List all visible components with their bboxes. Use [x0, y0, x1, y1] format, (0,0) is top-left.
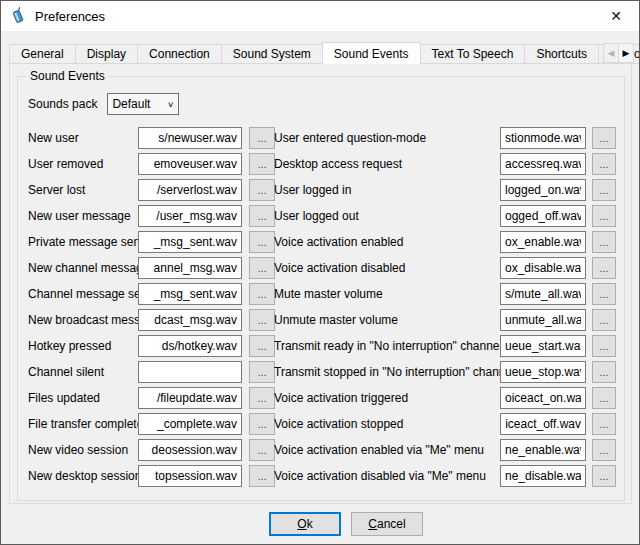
browse-button[interactable]: ... — [249, 413, 275, 435]
sound-event-row: File transfer complete ... — [28, 413, 275, 435]
titlebar: Preferences ✕ — [1, 1, 639, 31]
tab-general[interactable]: General — [9, 44, 76, 64]
app-icon — [9, 7, 27, 25]
browse-button[interactable]: ... — [249, 231, 275, 253]
tab-label: Text To Speech — [432, 47, 514, 61]
browse-button[interactable]: ... — [592, 283, 616, 305]
browse-button[interactable]: ... — [249, 153, 275, 175]
sound-file-input[interactable] — [138, 283, 242, 305]
tab-connection[interactable]: Connection — [137, 44, 222, 64]
browse-button[interactable]: ... — [249, 179, 275, 201]
tab-scroller: ◀ ▶ — [604, 43, 634, 63]
sound-event-row: Desktop access request ... — [274, 153, 616, 175]
browse-button[interactable]: ... — [592, 257, 616, 279]
event-label: Voice activation triggered — [274, 391, 500, 405]
sound-event-row: New user ... — [28, 127, 275, 149]
sound-file-input[interactable] — [138, 387, 242, 409]
browse-button[interactable]: ... — [249, 127, 275, 149]
sound-file-input[interactable] — [138, 309, 242, 331]
browse-button[interactable]: ... — [249, 205, 275, 227]
event-label: New desktop session — [28, 469, 138, 483]
sound-event-row: Voice activation disabled via "Me" menu … — [274, 465, 616, 487]
sound-file-input[interactable] — [500, 283, 586, 305]
sound-file-input[interactable] — [500, 153, 586, 175]
event-label: Unmute master volume — [274, 313, 500, 327]
browse-button[interactable]: ... — [592, 309, 616, 331]
browse-button[interactable]: ... — [592, 231, 616, 253]
sound-file-input[interactable] — [500, 179, 586, 201]
browse-button[interactable]: ... — [249, 465, 275, 487]
sound-file-input[interactable] — [138, 153, 242, 175]
sound-file-input[interactable] — [500, 413, 586, 435]
sound-file-input[interactable] — [500, 387, 586, 409]
browse-button[interactable]: ... — [592, 439, 616, 461]
sound-file-input[interactable] — [500, 361, 586, 383]
tab-shortcuts[interactable]: Shortcuts — [524, 44, 599, 64]
event-label: New user — [28, 131, 138, 145]
sound-event-row: Voice activation triggered ... — [274, 387, 616, 409]
tab-scroll-left-icon[interactable]: ◀ — [603, 43, 619, 63]
sounds-pack-select[interactable]: Default ∨ — [107, 93, 179, 115]
sound-file-input[interactable] — [138, 231, 242, 253]
tab-display[interactable]: Display — [75, 44, 138, 64]
event-label: Files updated — [28, 391, 138, 405]
sound-file-input[interactable] — [138, 257, 242, 279]
browse-button[interactable]: ... — [249, 361, 275, 383]
browse-button[interactable]: ... — [592, 413, 616, 435]
sound-file-input[interactable] — [500, 465, 586, 487]
browse-button[interactable]: ... — [249, 309, 275, 331]
sound-file-input[interactable] — [138, 465, 242, 487]
sound-event-row: User removed ... — [28, 153, 275, 175]
sound-event-row: New video session ... — [28, 439, 275, 461]
browse-button[interactable]: ... — [249, 257, 275, 279]
sound-event-row: User logged in ... — [274, 179, 616, 201]
sound-file-input[interactable] — [138, 127, 242, 149]
browse-button[interactable]: ... — [249, 439, 275, 461]
browse-button[interactable]: ... — [592, 361, 616, 383]
sound-file-input[interactable] — [138, 205, 242, 227]
sound-file-input[interactable] — [138, 335, 242, 357]
sounds-pack-label: Sounds pack — [28, 97, 97, 111]
tab-sound-system[interactable]: Sound System — [221, 44, 323, 64]
sound-events-group: Sound Events Sounds pack Default ∨ New u… — [17, 76, 625, 501]
browse-button[interactable]: ... — [249, 387, 275, 409]
event-label: Channel message sent — [28, 287, 138, 301]
sound-event-row: New user message ... — [28, 205, 275, 227]
browse-button[interactable]: ... — [592, 205, 616, 227]
event-label: Channel silent — [28, 365, 138, 379]
sound-event-row: Transmit ready in "No interruption" chan… — [274, 335, 616, 357]
sound-file-input[interactable] — [500, 127, 586, 149]
sound-file-input[interactable] — [500, 309, 586, 331]
event-label: New broadcast message — [28, 313, 138, 327]
event-label: Hotkey pressed — [28, 339, 138, 353]
tab-bar: General Display Connection Sound System … — [9, 41, 639, 64]
browse-button[interactable]: ... — [592, 335, 616, 357]
sound-file-input[interactable] — [500, 257, 586, 279]
tab-sound-events[interactable]: Sound Events — [322, 42, 421, 64]
cancel-button[interactable]: Cancel — [351, 512, 423, 536]
browse-button[interactable]: ... — [249, 335, 275, 357]
ok-button[interactable]: Ok — [269, 512, 341, 536]
sound-file-input[interactable] — [138, 179, 242, 201]
event-label: New video session — [28, 443, 138, 457]
sound-event-row: Voice activation enabled ... — [274, 231, 616, 253]
tab-scroll-right-icon[interactable]: ▶ — [618, 43, 634, 63]
browse-button[interactable]: ... — [592, 127, 616, 149]
close-icon[interactable]: ✕ — [601, 8, 631, 24]
sound-file-input[interactable] — [138, 413, 242, 435]
browse-button[interactable]: ... — [592, 179, 616, 201]
browse-button[interactable]: ... — [249, 283, 275, 305]
browse-button[interactable]: ... — [592, 465, 616, 487]
sound-file-input[interactable] — [500, 335, 586, 357]
sound-file-input[interactable] — [500, 439, 586, 461]
sound-file-input[interactable] — [500, 231, 586, 253]
tab-text-to-speech[interactable]: Text To Speech — [420, 44, 526, 64]
browse-button[interactable]: ... — [592, 387, 616, 409]
sound-event-row: Hotkey pressed ... — [28, 335, 275, 357]
sound-file-input[interactable] — [138, 439, 242, 461]
browse-button[interactable]: ... — [592, 153, 616, 175]
sound-file-input[interactable] — [138, 361, 242, 383]
event-label: Transmit stopped in "No interruption" ch… — [274, 365, 500, 379]
sound-file-input[interactable] — [500, 205, 586, 227]
event-label: New channel message — [28, 261, 138, 275]
